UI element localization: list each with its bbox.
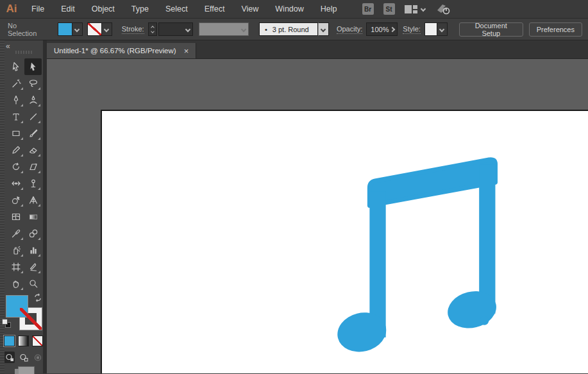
width-profile-dropdown-disabled [199,22,249,36]
scale-tool[interactable] [24,158,42,175]
music-note-artwork[interactable] [102,111,588,373]
shape-builder-tool[interactable] [7,192,24,208]
shaper-tool[interactable] [7,142,24,158]
symbol-sprayer-tool[interactable] [7,242,24,259]
rectangle-tool[interactable] [7,125,24,142]
brush-definition-combo[interactable]: • 3 pt. Round [259,22,329,36]
menu-edit[interactable]: Edit [53,0,83,18]
stepper-down-icon[interactable] [151,30,155,33]
draw-behind-button[interactable] [18,352,29,363]
default-fill-stroke-icon[interactable] [2,319,11,328]
style-swatch[interactable] [424,22,437,36]
opacity-value: 100% [371,26,389,33]
eyedropper-tool[interactable] [7,225,24,242]
line-segment-tool[interactable] [24,108,42,125]
gradient-tool[interactable] [24,208,42,225]
stroke-weight-label[interactable]: Stroke: [122,25,144,34]
menu-object[interactable]: Object [83,0,123,18]
panel-grip[interactable] [15,51,32,54]
color-button[interactable] [4,336,15,346]
selection-tool[interactable] [7,58,24,75]
blend-tool[interactable] [24,225,42,242]
stroke-color-swatch[interactable] [87,22,102,36]
puppet-warp-tool[interactable] [24,175,42,192]
fill-color-dropdown-button[interactable] [72,22,83,36]
stroke-color-dropdown-button[interactable] [102,22,112,36]
rotate-tool[interactable] [7,158,24,175]
chevron-down-icon [420,6,425,12]
pen-tool[interactable] [7,92,24,108]
stroke-proxy-swatch[interactable] [19,307,42,330]
column-graph-tool[interactable] [24,242,42,259]
column-graph-tool-icon [28,245,38,255]
opacity-input[interactable]: 100% [366,22,398,36]
document-tab[interactable]: Untitled-1* @ 66.67% (RGB/Preview) × [47,43,196,58]
mesh-tool-icon [11,212,21,222]
appbar-quick-actions: Br St [362,3,451,15]
artboard-tool[interactable] [7,259,24,275]
hand-tool[interactable] [7,275,24,292]
menu-help[interactable]: Help [312,0,346,18]
selection-tool-icon [11,62,21,72]
none-button[interactable] [32,336,43,346]
draw-inside-icon [33,353,42,362]
curvature-tool[interactable] [24,92,42,108]
menu-view[interactable]: View [233,0,267,18]
swap-fill-stroke-icon[interactable] [33,293,42,302]
preferences-button[interactable]: Preferences [529,22,582,37]
line-segment-tool-icon [28,112,38,122]
menu-window[interactable]: Window [267,0,312,18]
perspective-grid-tool[interactable] [24,192,42,208]
zoom-tool[interactable] [24,275,42,292]
blend-tool-icon [28,228,38,239]
color-mode-row [4,336,43,346]
slice-tool-icon [28,262,38,272]
tab-close-icon[interactable]: × [184,47,189,55]
style-label[interactable]: Style: [403,25,421,34]
chevron-down-icon [439,26,444,31]
type-tool[interactable] [7,108,24,125]
draw-normal-button[interactable] [4,352,15,363]
artboard[interactable] [101,110,588,373]
eraser-tool[interactable] [24,142,42,158]
direct-selection-tool[interactable] [24,58,42,75]
none-diagonal-icon [20,308,42,330]
fill-color-swatch[interactable] [58,22,72,36]
direct-selection-tool-icon [28,62,38,72]
brush-definition-value[interactable]: • 3 pt. Round [259,22,318,36]
document-setup-button[interactable]: Document Setup [459,22,523,37]
menu-select[interactable]: Select [157,0,196,18]
stock-button[interactable]: St [383,3,395,15]
collapse-panel-button[interactable]: « [6,42,10,51]
type-tool-icon [11,112,21,122]
stroke-weight-stepper[interactable] [148,22,157,36]
fill-color-combo[interactable] [58,22,83,36]
canvas-pasteboard[interactable] [47,59,588,373]
bridge-button[interactable]: Br [362,3,374,15]
screen-mode-button[interactable] [18,366,35,374]
menu-type[interactable]: Type [123,0,157,18]
style-combo[interactable] [424,22,448,36]
gradient-button[interactable] [18,336,29,346]
brush-dropdown-button[interactable] [318,22,329,36]
puppet-warp-tool-icon [28,178,38,189]
stepper-up-icon[interactable] [151,26,155,30]
none-diagonal-icon [88,23,101,35]
menu-effect[interactable]: Effect [196,0,233,18]
curvature-tool-icon [28,95,38,105]
lasso-tool[interactable] [24,75,42,92]
mesh-tool[interactable] [7,208,24,225]
stroke-color-combo[interactable] [87,22,112,36]
music-note-shape[interactable] [333,160,501,357]
opacity-label[interactable]: Opacity: [337,25,362,34]
gpu-performance-icon[interactable] [435,3,451,15]
paintbrush-tool[interactable] [24,125,42,142]
magic-wand-tool[interactable] [7,75,24,92]
style-dropdown-button[interactable] [437,22,448,36]
workspace-switcher[interactable] [405,5,425,13]
stroke-weight-dropdown[interactable] [158,22,193,36]
rectangle-tool-icon [11,128,21,139]
menu-file[interactable]: File [23,0,53,18]
slice-tool[interactable] [24,259,42,275]
width-tool[interactable] [7,175,24,192]
